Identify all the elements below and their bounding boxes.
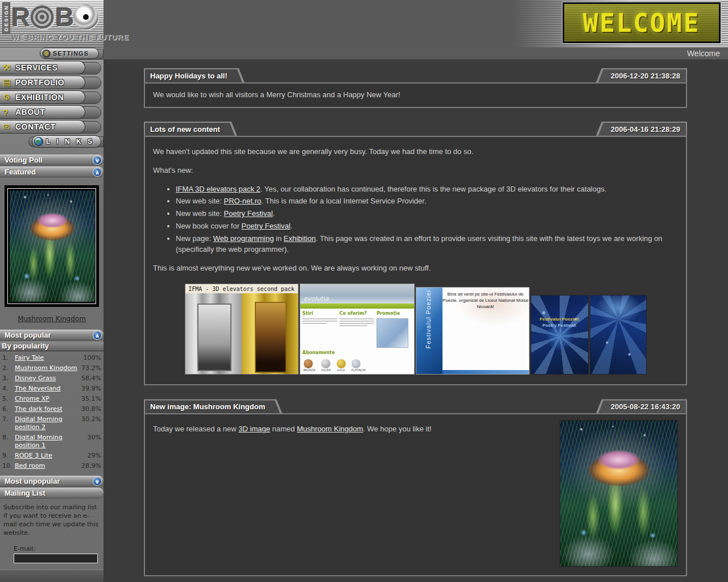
rank: 8.	[2, 434, 15, 442]
settings-button[interactable]: ⚙ SETTINGS	[40, 48, 99, 59]
popularity-link[interactable]: Digital Morning position 2	[15, 415, 77, 431]
logo-design-vertical: DESIGN	[2, 2, 10, 34]
most-unpopular-header[interactable]: Most unpopular ∨	[0, 476, 104, 487]
pronet-promo-image	[377, 318, 408, 348]
voting-poll-label: Voting Poll	[0, 155, 104, 165]
cover-title-ro: Festivalul Poeziei!	[531, 316, 588, 322]
thumbnail-poetry-festival-site[interactable]: Festivalul Poeziei Bine ați venit pe sit…	[416, 287, 530, 375]
list-item: 2.Mushroom Kingdom73.2%	[2, 364, 101, 372]
rank: 5.	[2, 395, 15, 403]
news-post: Happy Holidays to all! 2006-12-20 21:38:…	[144, 68, 687, 108]
popularity-link[interactable]: Fairy Tale	[15, 354, 77, 362]
popularity-link[interactable]: Disney Grass	[15, 375, 77, 383]
content-link[interactable]: Mushroom Kingdom	[297, 425, 363, 433]
list-item: New page: Web programming in Exhibition.…	[176, 234, 678, 255]
list-item: 5.Chrome XP35.1%	[2, 395, 101, 403]
content-link[interactable]: 3D image	[238, 425, 270, 433]
featured-header[interactable]: Featured ∧	[0, 167, 104, 177]
text: . This is made for a local Internet Serv…	[261, 197, 426, 205]
popularity-link[interactable]: The Neverland	[15, 385, 77, 393]
breadcrumb: Welcome	[687, 49, 728, 58]
tools-icon: ⚒	[3, 63, 15, 73]
featured-mushroom-kingdom-image[interactable]	[10, 190, 95, 302]
thumbnail-book-cover-front[interactable]: Festivalul Poeziei!Poetry Festival!	[531, 295, 589, 375]
mailing-list-header[interactable]: Mailing List	[0, 488, 104, 498]
rank: 2.	[2, 364, 15, 372]
post-title-tab: Happy Holidays to all!	[144, 68, 245, 82]
mailing-list-label: Mailing List	[0, 488, 104, 498]
sidebar-item-services[interactable]: ⚒ SERVICES	[0, 61, 85, 74]
content-link[interactable]: Poetry Festival	[242, 222, 291, 230]
thumbnail-book-cover-back[interactable]	[590, 295, 647, 375]
thumbnail-pronet-site[interactable]: evolutia Știri Ce oferim? Promoție Abona…	[300, 284, 415, 375]
popularity-link[interactable]: Chrome XP	[15, 395, 77, 403]
logo-tagline: WE BRING YOU THE FUTURE	[11, 33, 129, 41]
rank: 7.	[2, 415, 15, 423]
menu-label: ABOUT	[15, 107, 45, 117]
post-paragraph: What's new:	[153, 165, 678, 176]
mushroom-kingdom-image[interactable]	[560, 420, 678, 567]
sidebar-item-exhibition[interactable]: ⚙ EXHIBITION	[0, 90, 85, 104]
poetry-vertical-title: Festivalul Poeziei	[424, 290, 433, 349]
by-popularity-band: By popularity	[0, 342, 104, 351]
content-link[interactable]: Exhibition	[284, 234, 316, 243]
post-title: Lots of new content	[145, 123, 235, 136]
popularity-link[interactable]: The dark forest	[15, 405, 77, 413]
sidebar-item-links[interactable]: L I N K S	[32, 135, 101, 148]
pronet-heading: Promoție	[377, 310, 411, 317]
welcome-led-text: WELCOME	[583, 9, 700, 38]
mailing-list-text: Subscribe into our mailing list if you w…	[3, 503, 100, 537]
email-label: E-mail:	[14, 545, 100, 552]
voting-poll-header[interactable]: Voting Poll ∨	[0, 155, 104, 165]
poetry-footer-bar	[442, 370, 529, 374]
email-input[interactable]	[14, 554, 98, 563]
thumbnail-ifma-elevators[interactable]: IFMA - 3D elevators second pack	[185, 284, 299, 375]
logo-eye-o-icon	[73, 5, 98, 30]
post-paragraph: This is almost everything new we've work…	[153, 263, 678, 274]
notepad-icon: ▤	[3, 77, 15, 88]
popularity-list: 1.Fairy Tale100% 2.Mushroom Kingdom73.2%…	[0, 351, 104, 475]
gears-icon: ⚙	[3, 92, 15, 102]
content-link[interactable]: Web programming	[213, 234, 274, 243]
content-link[interactable]: IFMA 3D elevators pack 2	[176, 185, 260, 193]
envelope-icon: ✉	[3, 122, 15, 132]
popularity-link[interactable]: RODE 3 Lite	[15, 452, 77, 460]
text: New book cover for	[176, 222, 242, 230]
sidebar-item-about[interactable]: ? ABOUT	[0, 105, 85, 119]
silver-medal-icon	[321, 359, 330, 368]
logo-letter: R	[11, 2, 29, 32]
chevron-down-icon[interactable]: ∨	[93, 156, 102, 165]
post-body: We would like to wish all visitors a Mer…	[153, 90, 400, 99]
chevron-up-icon[interactable]: ∧	[93, 331, 102, 340]
list-item: 10.Bed room28.9%	[2, 462, 101, 470]
sidebar-item-portfolio[interactable]: ▤ PORTFOLIO	[0, 76, 85, 89]
news-post: Lots of new content 2006-04-16 21:28:29 …	[144, 122, 687, 386]
content-link[interactable]: Poetry Festival	[224, 209, 273, 218]
list-item: 9.RODE 3 Lite29%	[2, 452, 101, 460]
featured-image-frame	[5, 185, 99, 307]
post-title: New image: Mushroom Kingdom	[145, 400, 280, 413]
pronet-heading: Abonamente	[303, 350, 412, 356]
popularity-link[interactable]: Digital Morning position 1	[15, 434, 77, 450]
rank: 6.	[2, 405, 15, 413]
gold-elevator-image	[242, 293, 298, 375]
rank: 3.	[2, 375, 15, 383]
list-item: 1.Fairy Tale100%	[2, 354, 101, 362]
pronet-brand: evolutia	[304, 294, 329, 304]
welcome-led-banner: WELCOME	[562, 2, 721, 43]
menu-label: PORTFOLIO	[15, 78, 64, 87]
list-item: 7.Digital Morning position 230.2%	[2, 415, 101, 431]
sidebar-item-contact[interactable]: ✉ CONTACT	[0, 120, 85, 134]
chevron-down-icon[interactable]: ∨	[93, 477, 102, 486]
post-date: 2005-08-22 16:43:20	[598, 400, 686, 413]
links-label: L I N K S	[46, 138, 94, 146]
popularity-link[interactable]: Bed room	[15, 462, 77, 470]
list-item: 3.Disney Grass58.4%	[2, 375, 101, 383]
post-date-tab: 2006-04-16 21:28:29	[596, 122, 687, 136]
text: New web site:	[176, 197, 224, 205]
popularity-link[interactable]: Mushroom Kingdom	[15, 364, 77, 372]
featured-caption-link[interactable]: Mushroom Kingdom	[0, 315, 104, 323]
content-link[interactable]: PRO-net.ro	[224, 197, 262, 205]
chevron-up-icon[interactable]: ∧	[93, 168, 102, 177]
most-popular-header[interactable]: Most popular ∧	[0, 330, 104, 340]
